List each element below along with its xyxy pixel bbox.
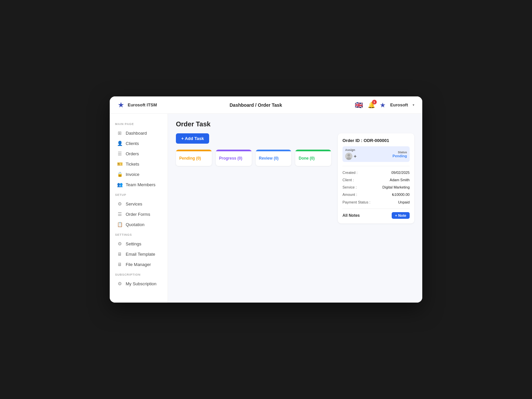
sidebar-section-main-page: MAIN PAGE: [110, 119, 168, 128]
logo-star-icon: ★: [118, 101, 124, 109]
detail-row-client: Client : Adam Smith: [342, 176, 410, 184]
svg-point-1: [346, 157, 351, 160]
sidebar-label-order-forms: Order Forms: [126, 212, 150, 217]
assign-plus-icon[interactable]: +: [354, 154, 356, 159]
detail-key-created: Created :: [342, 171, 357, 175]
kanban-column-pending: Pending (0): [176, 150, 212, 166]
column-title-pending: Pending (0): [179, 155, 208, 163]
invoice-icon: 🔒: [117, 172, 122, 177]
notes-label: All Notes: [342, 213, 360, 218]
add-task-button[interactable]: + Add Task: [176, 133, 209, 144]
svg-point-0: [347, 154, 350, 157]
order-forms-icon: ☰: [117, 211, 122, 217]
add-note-button[interactable]: + Note: [392, 212, 410, 219]
flag-icon[interactable]: 🇬🇧: [355, 101, 363, 109]
page-title: Order Task: [176, 120, 414, 128]
assign-column: Assign +: [345, 148, 356, 160]
sidebar-label-my-subscription: My Subscription: [126, 281, 156, 286]
sidebar-label-dashboard: Dashboard: [126, 131, 147, 136]
sidebar-item-team-members[interactable]: 👥 Team Members: [112, 180, 166, 190]
dashboard-icon: ⊞: [117, 130, 122, 136]
settings-icon: ⚙: [117, 241, 122, 246]
header: ★ Eurosoft ITSM Dashboard / Order Task 🇬…: [110, 96, 422, 114]
sidebar-label-quotation: Quotation: [126, 222, 144, 227]
column-body-pending: Pending (0): [176, 151, 212, 166]
file-manager-icon: 🖥: [117, 262, 122, 267]
sidebar-item-order-forms[interactable]: ☰ Order Forms: [112, 209, 166, 219]
detail-row-payment-status: Payment Status : Unpaid: [342, 199, 410, 206]
logo-text: Eurosoft ITSM: [128, 102, 157, 107]
detail-value-service: Digital Marketing: [382, 185, 410, 189]
order-panel: Order ID : ODR-000001 Assign: [338, 133, 414, 223]
sidebar-item-file-manager[interactable]: 🖥 File Manager: [112, 259, 166, 269]
status-value: Pending: [393, 154, 407, 158]
header-right: 🇬🇧 🔔 1 ★ Eurosoft ▾: [355, 101, 414, 109]
status-label: Status: [393, 151, 407, 154]
tickets-icon: 🎫: [117, 161, 122, 167]
detail-key-client: Client :: [342, 178, 354, 182]
sidebar-item-quotation[interactable]: 📋 Quotation: [112, 219, 166, 229]
notification-badge: 1: [372, 100, 377, 104]
sidebar-label-invoice: Invoice: [126, 172, 139, 177]
quotation-icon: 📋: [117, 222, 122, 227]
team-members-icon: 👥: [117, 182, 122, 187]
sidebar-label-settings: Settings: [126, 241, 141, 246]
status-column: Status Pending: [393, 151, 407, 158]
sidebar-label-tickets: Tickets: [126, 162, 139, 167]
sidebar-label-team-members: Team Members: [126, 182, 156, 187]
sidebar: MAIN PAGE ⊞ Dashboard 👤 Clients ☰ Orders…: [110, 114, 168, 303]
kanban-area: + Add Task Pending (0): [176, 133, 331, 223]
breadcrumb-current: Order Task: [258, 102, 282, 108]
user-star-icon: ★: [380, 101, 386, 109]
notes-section: All Notes + Note: [342, 208, 410, 219]
app-window: ★ Eurosoft ITSM Dashboard / Order Task 🇬…: [110, 96, 422, 303]
sidebar-item-settings[interactable]: ⚙ Settings: [112, 239, 166, 249]
detail-row-created: Created : 09/02/2025: [342, 169, 410, 176]
sidebar-item-dashboard[interactable]: ⊞ Dashboard: [112, 128, 166, 138]
sidebar-item-tickets[interactable]: 🎫 Tickets: [112, 159, 166, 169]
order-detail-rows: Created : 09/02/2025 Client : Adam Smith…: [342, 166, 410, 206]
email-template-icon: 🖥: [117, 251, 122, 257]
sidebar-label-file-manager: File Manager: [126, 262, 151, 267]
detail-row-amount: Amount : ₺10000.00: [342, 191, 410, 199]
detail-key-payment-status: Payment Status :: [342, 200, 370, 204]
assign-status-row: Assign +: [342, 146, 410, 162]
sidebar-item-email-template[interactable]: 🖥 Email Template: [112, 249, 166, 259]
user-name[interactable]: Eurosoft: [390, 102, 408, 107]
breadcrumb-base[interactable]: Dashboard /: [229, 102, 256, 108]
content-inner: + Add Task Pending (0): [176, 133, 414, 223]
column-body-progress: Progress (0): [216, 151, 252, 166]
kanban-columns: Pending (0) Progress (0): [176, 150, 331, 166]
my-subscription-icon: ⚙: [117, 281, 122, 286]
services-icon: ⚙: [117, 201, 122, 206]
sidebar-label-services: Services: [126, 201, 142, 206]
kanban-column-progress: Progress (0): [216, 150, 252, 166]
sidebar-label-email-template: Email Template: [126, 252, 155, 257]
sidebar-item-clients[interactable]: 👤 Clients: [112, 138, 166, 148]
sidebar-section-setup: SETUP: [110, 190, 168, 199]
detail-value-amount: ₺10000.00: [392, 193, 410, 197]
breadcrumb: Dashboard / Order Task: [229, 102, 282, 108]
order-id-title: Order ID : ODR-000001: [342, 138, 410, 143]
column-body-done: Done (0): [295, 151, 331, 166]
sidebar-label-clients: Clients: [126, 141, 139, 146]
chevron-down-icon[interactable]: ▾: [413, 103, 414, 107]
sidebar-section-subscription: SUBSCRIPTION: [110, 270, 168, 278]
content-area: Order Task + Add Task Pending (0): [168, 114, 422, 303]
orders-icon: ☰: [117, 151, 122, 156]
sidebar-item-my-subscription[interactable]: ⚙ My Subscription: [112, 279, 166, 289]
notification-bell[interactable]: 🔔 1: [368, 101, 375, 109]
header-left: ★ Eurosoft ITSM: [118, 101, 157, 109]
kanban-column-done: Done (0): [295, 150, 331, 166]
assign-label: Assign: [345, 148, 356, 152]
sidebar-item-services[interactable]: ⚙ Services: [112, 199, 166, 209]
avatar: [345, 153, 352, 160]
column-title-progress: Progress (0): [219, 155, 248, 163]
detail-key-amount: Amount :: [342, 193, 357, 197]
sidebar-section-settings: SETTINGS: [110, 230, 168, 238]
sidebar-item-orders[interactable]: ☰ Orders: [112, 149, 166, 159]
column-title-review: Review (0): [259, 155, 288, 163]
sidebar-label-orders: Orders: [126, 151, 139, 156]
sidebar-item-invoice[interactable]: 🔒 Invoice: [112, 169, 166, 179]
assign-avatar-row: +: [345, 153, 356, 160]
